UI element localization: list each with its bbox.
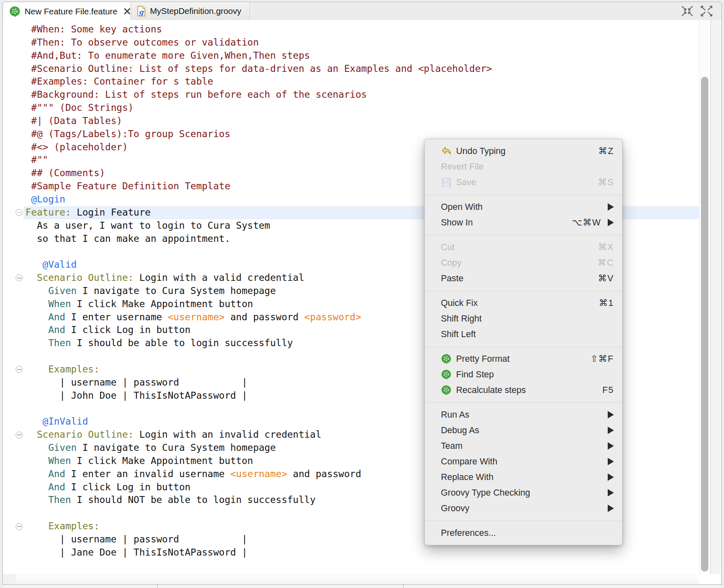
- submenu-arrow-icon: [608, 442, 614, 450]
- horizontal-scrollbar[interactable]: [16, 574, 699, 585]
- menu-item-compare-with[interactable]: Compare With: [425, 454, 622, 469]
- close-icon[interactable]: [123, 7, 131, 15]
- menu-item-copy: Copy⌘C: [425, 255, 622, 271]
- submenu-arrow-icon: [608, 505, 614, 512]
- menu-item-cut: Cut⌘X: [425, 239, 622, 255]
- menu-item-label: Debug As: [441, 425, 479, 436]
- menu-item-revert-file: Revert File: [425, 159, 622, 175]
- status-divider: [403, 585, 404, 588]
- menu-shortcut: ⌘S: [598, 177, 614, 188]
- menu-item-label: Save: [456, 177, 476, 188]
- menu-item-label: Run As: [441, 410, 469, 420]
- submenu-arrow-icon: [608, 219, 614, 226]
- code-line[interactable]: #""" (Doc Strings): [23, 101, 699, 115]
- menu-separator: [425, 195, 622, 195]
- code-line[interactable]: #| (Data Tables): [23, 115, 699, 128]
- menu-separator: [425, 291, 622, 291]
- menu-item-undo-typing[interactable]: Undo Typing⌘Z: [425, 143, 622, 159]
- tab-new-feature-file[interactable]: New Feature File.feature: [3, 2, 131, 21]
- maximize-icon[interactable]: [700, 5, 713, 17]
- menu-item-quick-fix[interactable]: Quick Fix⌘1: [425, 295, 622, 311]
- view-controls: [680, 5, 713, 17]
- menu-item-label: Replace With: [441, 472, 493, 482]
- menu-item-groovy-type-checking[interactable]: Groovy Type Checking: [425, 485, 622, 501]
- menu-item-debug-as[interactable]: Debug As: [425, 423, 622, 438]
- fold-collapse-marker[interactable]: [16, 209, 23, 216]
- menu-item-label: Paste: [441, 273, 463, 284]
- menu-shortcut: F5: [602, 385, 614, 395]
- menu-shortcut: ⌘Z: [598, 146, 614, 156]
- menu-shortcut: ⌘X: [598, 242, 614, 253]
- menu-item-find-step[interactable]: Find Step: [425, 367, 622, 382]
- submenu-arrow-icon: [608, 411, 614, 418]
- menu-item-preferences[interactable]: Preferences...: [425, 525, 622, 541]
- status-bar-edge: [2, 584, 722, 588]
- code-line[interactable]: | Jane Doe | ThisIsNotAPassword |: [23, 546, 699, 559]
- menu-item-label: Groovy: [441, 503, 469, 514]
- menu-item-label: Copy: [441, 258, 461, 268]
- menu-item-label: Pretty Format: [456, 354, 510, 364]
- menu-shortcut: ⌥⌘W: [572, 217, 601, 228]
- menu-item-paste[interactable]: Paste⌘V: [425, 271, 622, 286]
- menu-item-label: Shift Left: [441, 329, 476, 340]
- code-line[interactable]: #Then: To observe outcomes or validation: [23, 36, 699, 49]
- menu-item-open-with[interactable]: Open With: [425, 199, 622, 215]
- status-divider: [157, 585, 158, 588]
- menu-item-label: Find Step: [456, 370, 494, 380]
- save-icon: [441, 177, 452, 188]
- undo-icon: [441, 146, 452, 157]
- fold-collapse-marker[interactable]: [16, 523, 23, 530]
- scrollbar-corner: [3, 574, 16, 585]
- menu-item-label: Compare With: [441, 457, 497, 467]
- menu-item-label: Preferences...: [441, 528, 496, 538]
- menu-shortcut: ⌘1: [599, 298, 614, 308]
- menu-separator: [425, 347, 622, 347]
- menu-item-groovy[interactable]: Groovy: [425, 501, 622, 516]
- tab-title: MyStepDefinition.groovy: [150, 6, 241, 16]
- menu-item-shift-left[interactable]: Shift Left: [425, 326, 622, 342]
- menu-shortcut: ⇧⌘F: [590, 354, 614, 364]
- menu-item-label: Open With: [441, 202, 483, 212]
- tab-title: New Feature File.feature: [25, 7, 118, 16]
- fold-collapse-marker[interactable]: [16, 432, 23, 439]
- menu-separator: [425, 235, 622, 235]
- submenu-arrow-icon: [608, 489, 614, 496]
- menu-shortcut: ⌘C: [597, 257, 614, 268]
- menu-item-label: Cut: [441, 242, 454, 253]
- menu-separator: [425, 521, 622, 521]
- submenu-arrow-icon: [608, 427, 614, 434]
- cucumber-icon: [441, 385, 452, 395]
- tab-mystepdefinition[interactable]: g MyStepDefinition.groovy: [131, 2, 250, 20]
- minimize-icon[interactable]: [680, 5, 694, 17]
- menu-item-label: Revert File: [441, 162, 484, 172]
- submenu-arrow-icon: [608, 203, 614, 211]
- menu-item-team[interactable]: Team: [425, 438, 622, 454]
- menu-item-label: Shift Right: [441, 314, 482, 324]
- eclipse-window: { "tabs": [ {"title": "New Feature File.…: [0, 0, 724, 588]
- submenu-arrow-icon: [608, 458, 614, 465]
- groovy-file-icon: g: [137, 6, 146, 16]
- menu-item-recalculate-steps[interactable]: Recalculate stepsF5: [425, 382, 622, 398]
- code-line[interactable]: #Background: List of steps run before ea…: [23, 88, 699, 101]
- code-line[interactable]: #Scenario Outline: List of steps for dat…: [23, 62, 699, 76]
- menu-item-label: Groovy Type Checking: [441, 488, 530, 498]
- cucumber-icon: [9, 6, 21, 17]
- menu-item-show-in[interactable]: Show In⌥⌘W: [425, 215, 622, 230]
- cucumber-icon: [441, 354, 452, 364]
- menu-item-replace-with[interactable]: Replace With: [425, 469, 622, 485]
- menu-item-label: Undo Typing: [456, 146, 505, 156]
- menu-item-label: Show In: [441, 218, 473, 228]
- menu-item-pretty-format[interactable]: Pretty Format⇧⌘F: [425, 351, 622, 367]
- menu-item-label: Team: [441, 441, 463, 451]
- menu-shortcut: ⌘V: [598, 273, 614, 284]
- vertical-scrollbar-thumb[interactable]: [701, 77, 708, 572]
- vertical-scrollbar[interactable]: [699, 20, 710, 574]
- menu-item-shift-right[interactable]: Shift Right: [425, 311, 622, 326]
- menu-item-label: Recalculate steps: [456, 385, 526, 395]
- menu-item-run-as[interactable]: Run As: [425, 407, 622, 423]
- cucumber-icon: [441, 369, 452, 380]
- code-line[interactable]: #And,But: To enumerate more Given,When,T…: [23, 49, 699, 62]
- code-line[interactable]: #Examples: Container for s table: [23, 75, 699, 88]
- menu-separator: [425, 402, 622, 403]
- code-line[interactable]: #When: Some key actions: [23, 23, 699, 36]
